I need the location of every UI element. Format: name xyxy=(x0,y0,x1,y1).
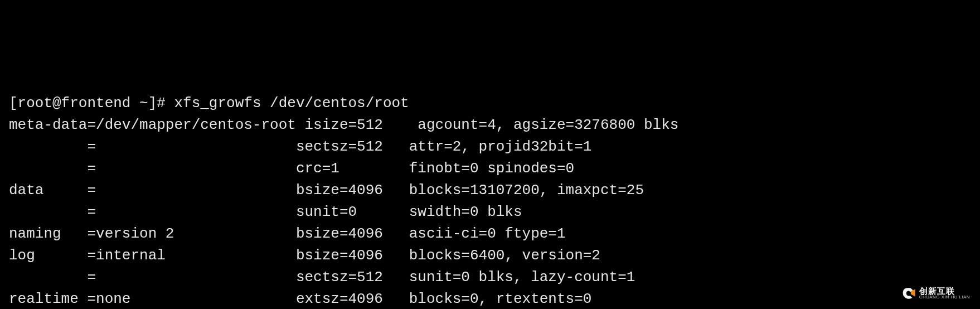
output-line: meta-data=/dev/mapper/centos-root isize=… xyxy=(9,117,678,133)
output-line: = sectsz=512 attr=2, projid32bit=1 xyxy=(9,138,591,155)
output-line: = crc=1 finobt=0 spinodes=0 xyxy=(9,160,574,177)
output-line: = sunit=0 swidth=0 blks xyxy=(9,204,522,220)
output-line: log =internal bsize=4096 blocks=6400, ve… xyxy=(9,247,600,264)
output-line: naming =version 2 bsize=4096 ascii-ci=0 … xyxy=(9,225,566,242)
output-line: data = bsize=4096 blocks=13107200, imaxp… xyxy=(9,182,644,199)
watermark-text-en: CHUANG XIN HU LIAN xyxy=(919,295,970,300)
shell-command: xfs_growfs /dev/centos/root xyxy=(174,95,409,112)
watermark-logo-icon xyxy=(901,286,916,300)
watermark: 创新互联 CHUANG XIN HU LIAN xyxy=(901,286,970,300)
terminal-output[interactable]: [root@frontend ~]# xfs_growfs /dev/cento… xyxy=(9,93,971,309)
output-line: realtime =none extsz=4096 blocks=0, rtex… xyxy=(9,291,591,307)
output-line: = sectsz=512 sunit=0 blks, lazy-count=1 xyxy=(9,269,635,286)
watermark-text-cn: 创新互联 xyxy=(919,287,970,295)
shell-prompt: [root@frontend ~]# xyxy=(9,95,174,112)
